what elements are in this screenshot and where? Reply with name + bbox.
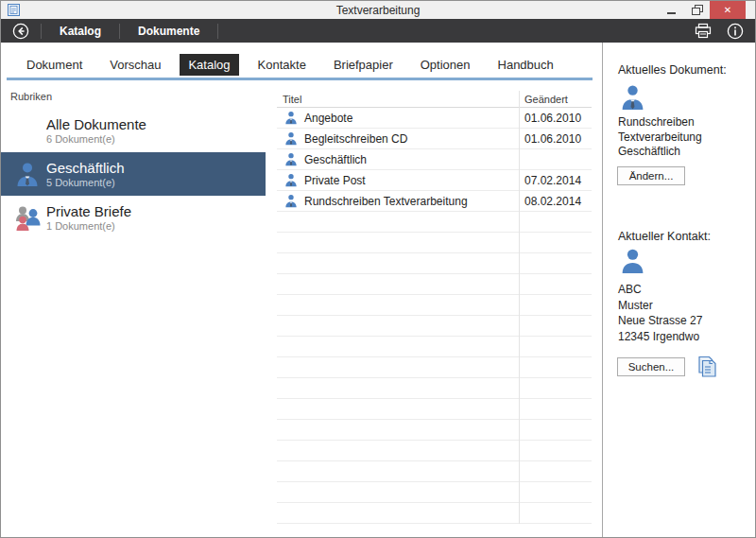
current-document-info: Rundschreiben Textverarbeitung Geschäftl…: [618, 115, 702, 160]
table-empty-row: [277, 337, 592, 357]
column-header-titel[interactable]: Titel: [277, 91, 519, 107]
minimize-button[interactable]: [659, 1, 684, 19]
document-person-icon: [284, 173, 298, 187]
documents-table: Titel Geändert Angebote01.06.2010Begleit…: [277, 91, 592, 524]
search-contact-button[interactable]: Suchen...: [617, 357, 685, 376]
table-empty-row: [277, 441, 592, 461]
restore-icon: [692, 5, 703, 15]
cell-geaendert: 07.02.2014: [519, 170, 592, 190]
column-header-geaendert[interactable]: Geändert: [519, 91, 592, 107]
toolbar-dokumente-label: Dokumente: [138, 25, 199, 38]
cell-geaendert: 01.06.2010: [519, 108, 592, 128]
cell-titel: Rundschreiben Textverarbeitung: [277, 191, 519, 211]
category-item-private-briefe[interactable]: Private Briefe 1 Dokument(e): [1, 196, 266, 239]
table-header: Titel Geändert: [277, 91, 592, 108]
table-row[interactable]: Rundschreiben Textverarbeitung08.02.2014: [277, 191, 592, 212]
table-empty-row: [277, 212, 592, 233]
table-empty-row: [277, 274, 592, 295]
cell-geaendert: 08.02.2014: [519, 191, 592, 211]
tab-bar: Dokument Vorschau Katalog Kontakte Brief…: [18, 53, 573, 77]
cell-geaendert: [519, 149, 592, 169]
document-person-icon: [284, 131, 298, 146]
toolbar-separator: [217, 24, 218, 39]
table-column-divider: [519, 91, 520, 524]
table-row[interactable]: Geschäftlich: [277, 149, 592, 170]
accent-underline: [7, 78, 593, 80]
table-empty-row: [277, 399, 592, 420]
cell-titel: Private Post: [277, 170, 519, 190]
table-empty-row: [277, 233, 592, 253]
document-title: Rundschreiben Textverarbeitung: [304, 195, 468, 208]
app-icon: [8, 4, 20, 16]
cell-titel: Angebote: [277, 108, 519, 128]
document-person-icon: [284, 194, 298, 208]
document-title: Private Post: [304, 174, 366, 187]
change-document-button[interactable]: Ändern...: [617, 166, 685, 185]
print-icon: [695, 23, 712, 39]
business-person-icon: [14, 162, 41, 187]
category-title: Private Briefe: [46, 203, 131, 219]
current-document-icon: [620, 84, 645, 113]
contact-info-line: ABC: [618, 282, 702, 298]
table-body: Angebote01.06.2010Begleitschreiben CD01.…: [277, 108, 592, 212]
document-person-icon: [284, 111, 298, 125]
category-count: 6 Dokument(e): [46, 133, 146, 145]
tab-optionen[interactable]: Optionen: [412, 54, 479, 76]
current-contact-icon: [620, 248, 645, 277]
current-document-label: Aktuelles Dokument:: [618, 63, 727, 77]
close-button[interactable]: ✕: [710, 1, 746, 19]
people-group-icon: [14, 205, 41, 231]
table-empty-row: [277, 378, 592, 399]
back-icon: [12, 23, 29, 40]
close-icon: ✕: [724, 6, 731, 15]
table-empty-area: [277, 212, 592, 524]
app-window: Textverarbeitung ✕ Katalog Dokumente: [0, 0, 756, 538]
document-info-line: Geschäftlich: [618, 145, 702, 160]
table-empty-row: [277, 295, 592, 316]
copy-contact-icon[interactable]: [696, 356, 717, 381]
category-list: Alle Dokumente 6 Dokument(e) Geschäftlic…: [1, 109, 266, 239]
category-item-alle-dokumente[interactable]: Alle Dokumente 6 Dokument(e): [1, 109, 266, 152]
document-title: Geschäftlich: [304, 153, 367, 166]
table-empty-row: [277, 420, 592, 441]
table-empty-row: [277, 253, 592, 274]
print-button[interactable]: [687, 19, 719, 43]
toolbar-dokumente-button[interactable]: Dokumente: [120, 19, 217, 43]
cell-geaendert: 01.06.2010: [519, 129, 592, 148]
cell-titel: Begleitschreiben CD: [277, 129, 519, 148]
table-row[interactable]: Angebote01.06.2010: [277, 108, 592, 129]
tab-dokument[interactable]: Dokument: [18, 54, 91, 76]
toolbar: Katalog Dokumente: [1, 19, 755, 43]
document-person-icon: [284, 152, 298, 166]
rubriken-header: Rubriken: [10, 91, 52, 102]
tab-kontakte[interactable]: Kontakte: [249, 54, 315, 76]
tab-vorschau[interactable]: Vorschau: [101, 54, 169, 76]
toolbar-katalog-button[interactable]: Katalog: [42, 19, 119, 43]
table-empty-row: [277, 316, 592, 337]
panel-divider: [602, 43, 603, 537]
table-empty-row: [277, 357, 592, 378]
toolbar-katalog-label: Katalog: [60, 25, 101, 38]
table-row[interactable]: Private Post07.02.2014: [277, 170, 592, 191]
category-title: Alle Dokumente: [46, 116, 146, 132]
info-button[interactable]: [719, 19, 751, 43]
restore-button[interactable]: [684, 1, 710, 19]
info-icon: [727, 23, 744, 40]
tab-handbuch[interactable]: Handbuch: [490, 54, 562, 76]
contact-info-line: Neue Strasse 27: [618, 313, 702, 329]
titlebar: Textverarbeitung ✕: [1, 1, 755, 19]
current-contact-label: Aktueller Kontakt:: [618, 230, 711, 243]
document-title: Begleitschreiben CD: [304, 132, 407, 146]
tab-briefpapier[interactable]: Briefpapier: [325, 54, 402, 76]
document-info-line: Textverarbeitung: [618, 130, 702, 146]
tab-katalog[interactable]: Katalog: [180, 54, 238, 76]
category-item-geschaeftlich[interactable]: Geschäftlich 5 Dokument(e): [1, 152, 266, 196]
table-empty-row: [277, 503, 592, 524]
back-button[interactable]: [1, 19, 41, 43]
table-row[interactable]: Begleitschreiben CD01.06.2010: [277, 129, 592, 149]
minimize-icon: [667, 12, 676, 14]
category-count: 5 Dokument(e): [46, 177, 125, 188]
window-title: Textverarbeitung: [1, 4, 755, 17]
contact-info-line: 12345 Irgendwo: [618, 329, 702, 345]
window-controls: ✕: [659, 1, 746, 19]
